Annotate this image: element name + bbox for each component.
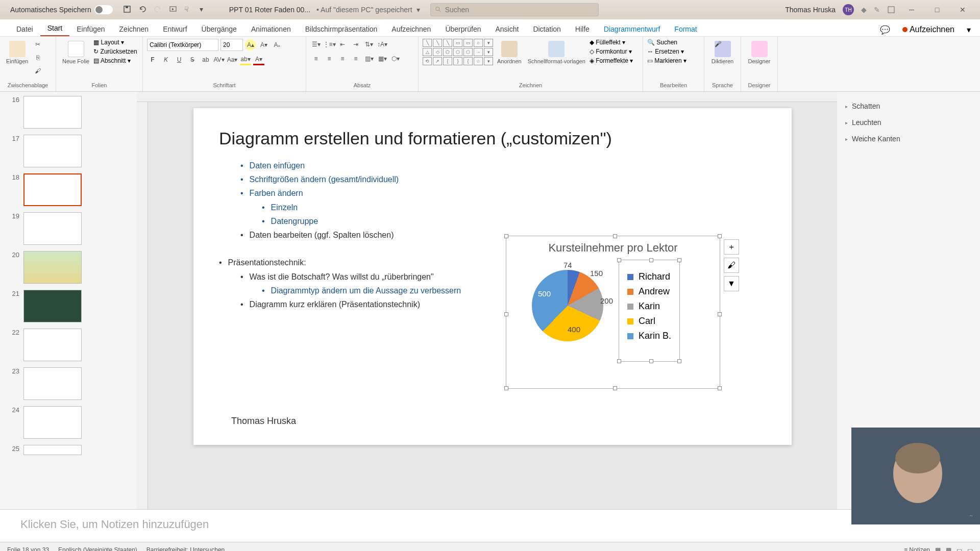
- fill-button[interactable]: ◆ Fülleffekt ▾: [590, 39, 633, 46]
- chart-title[interactable]: Kursteilnehmer pro Lektor: [506, 236, 720, 260]
- reading-view-icon[interactable]: ▭: [957, 546, 962, 552]
- justify-icon[interactable]: ≡: [350, 53, 361, 64]
- shadow-icon[interactable]: ab: [200, 54, 211, 65]
- align-left-icon[interactable]: ≡: [310, 53, 322, 64]
- maximize-button[interactable]: □: [928, 3, 946, 17]
- soft-edges-section[interactable]: Weiche Kanten: [843, 131, 974, 147]
- redo-icon[interactable]: [154, 5, 163, 14]
- thumbnail-17[interactable]: [23, 135, 82, 167]
- touch-mode-icon[interactable]: ☟: [184, 5, 193, 14]
- qat-more-icon[interactable]: ▾: [200, 5, 209, 14]
- pen-icon[interactable]: ✎: [874, 6, 880, 14]
- quickstyles-button[interactable]: Schnellformat-vorlagen: [526, 39, 587, 66]
- align-right-icon[interactable]: ≡: [337, 53, 348, 64]
- tab-einfuegen[interactable]: Einfügen: [69, 22, 112, 36]
- chart-styles-button[interactable]: 🖌: [724, 258, 739, 273]
- indent-inc-icon[interactable]: ⇥: [350, 39, 361, 50]
- minimize-button[interactable]: ─: [902, 3, 921, 17]
- italic-icon[interactable]: K: [160, 54, 172, 65]
- columns-icon[interactable]: ▥▾: [363, 53, 375, 64]
- arrange-button[interactable]: Anordnen: [495, 39, 524, 66]
- user-avatar[interactable]: TH: [843, 4, 854, 15]
- highlight-icon[interactable]: ab▾: [240, 54, 251, 65]
- tab-bildschirmpraesentation[interactable]: Bildschirmpräsentation: [298, 22, 385, 36]
- tab-datei[interactable]: Datei: [9, 22, 40, 36]
- tab-hilfe[interactable]: Hilfe: [568, 22, 597, 36]
- section-button[interactable]: ▤ Abschnitt ▾: [93, 57, 137, 64]
- normal-view-icon[interactable]: ▦: [935, 546, 941, 552]
- align-text-icon[interactable]: ▦▾: [377, 53, 388, 64]
- tab-start[interactable]: Start: [40, 21, 70, 36]
- undo-icon[interactable]: [138, 5, 148, 14]
- paste-button[interactable]: Einfügen: [4, 39, 30, 66]
- thumbnail-21[interactable]: [23, 290, 82, 322]
- shadow-section[interactable]: Schatten: [843, 98, 974, 114]
- text-direction-icon[interactable]: ↕A▾: [377, 39, 388, 50]
- sorter-view-icon[interactable]: ▦: [946, 546, 951, 552]
- case-icon[interactable]: Aa▾: [227, 54, 238, 65]
- chart-filter-button[interactable]: ▼: [724, 276, 739, 291]
- strike-icon[interactable]: S̶: [187, 54, 198, 65]
- tab-ueberpruefen[interactable]: Überprüfen: [438, 22, 488, 36]
- format-painter-icon[interactable]: 🖌: [32, 65, 43, 77]
- increase-font-icon[interactable]: A▴: [245, 39, 256, 51]
- select-button[interactable]: ▭ Markieren ▾: [647, 57, 700, 64]
- chart-elements-button[interactable]: ＋: [724, 239, 739, 255]
- close-button[interactable]: ✕: [953, 3, 972, 17]
- chart-legend[interactable]: Richard Andrew Karin Carl Karin B.: [619, 260, 680, 362]
- share-icon[interactable]: ▾: [967, 25, 971, 35]
- tab-format[interactable]: Format: [667, 22, 704, 36]
- thumbnail-19[interactable]: [23, 212, 82, 245]
- tab-diagrammentwurf[interactable]: Diagrammentwurf: [597, 22, 667, 36]
- line-spacing-icon[interactable]: ⇅▾: [363, 39, 375, 50]
- new-slide-button[interactable]: Neue Folie: [60, 39, 91, 66]
- notes-toggle[interactable]: ≡ Notizen: [904, 546, 930, 552]
- font-family-select[interactable]: [147, 39, 218, 51]
- tab-zeichnen[interactable]: Zeichnen: [112, 22, 156, 36]
- smartart-icon[interactable]: ⬡▾: [390, 53, 401, 64]
- slideshow-view-icon[interactable]: ▭: [967, 546, 973, 552]
- tab-entwurf[interactable]: Entwurf: [156, 22, 194, 36]
- decrease-font-icon[interactable]: A▾: [258, 39, 270, 51]
- tab-uebergaenge[interactable]: Übergänge: [194, 22, 244, 36]
- thumbnail-23[interactable]: [23, 367, 82, 400]
- reset-button[interactable]: ↻ Zurücksetzen: [93, 48, 137, 55]
- effects-button[interactable]: ◈ Formeffekte ▾: [590, 57, 633, 64]
- font-color-icon[interactable]: A▾: [253, 54, 264, 65]
- window-icon[interactable]: [887, 6, 895, 14]
- cut-icon[interactable]: ✂: [32, 39, 43, 50]
- tab-ansicht[interactable]: Ansicht: [488, 22, 526, 36]
- underline-icon[interactable]: U: [174, 54, 185, 65]
- tab-aufzeichnen[interactable]: Aufzeichnen: [384, 22, 438, 36]
- thumbnail-25[interactable]: [23, 445, 82, 455]
- thumbnail-18[interactable]: [23, 173, 82, 206]
- chart-container[interactable]: Kursteilnehmer pro Lektor 74 150 200 400…: [506, 236, 720, 389]
- thumbnail-22[interactable]: [23, 329, 82, 361]
- copy-icon[interactable]: ⎘: [32, 52, 43, 63]
- designer-button[interactable]: Designer: [745, 39, 773, 66]
- search-box[interactable]: Suchen: [430, 3, 599, 16]
- find-button[interactable]: 🔍 Suchen: [647, 39, 700, 46]
- replace-button[interactable]: ↔ Ersetzen ▾: [647, 48, 700, 55]
- numbering-icon[interactable]: ⋮≡▾: [324, 39, 335, 50]
- shapes-gallery[interactable]: ╲╲╲▭▭○▾ △◇⬠⬡⬡→▾ ⟲↗{}{☆▾: [423, 39, 493, 65]
- align-center-icon[interactable]: ≡: [324, 53, 335, 64]
- tab-animationen[interactable]: Animationen: [244, 22, 298, 36]
- tab-dictation[interactable]: Dictation: [526, 22, 568, 36]
- autosave-toggle[interactable]: [94, 5, 113, 14]
- slide-title[interactable]: Diagramm erstellen und formatieren („cus…: [219, 129, 766, 148]
- thumbnail-24[interactable]: [23, 406, 82, 439]
- glow-section[interactable]: Leuchten: [843, 114, 974, 131]
- accessibility-check[interactable]: Barrierefreiheit: Untersuchen: [146, 546, 225, 552]
- notes-pane[interactable]: Klicken Sie, um Notizen hinzuzufügen: [0, 509, 980, 542]
- thumbnail-16[interactable]: [23, 96, 82, 129]
- language-indicator[interactable]: Englisch (Vereinigte Staaten): [58, 546, 137, 552]
- save-icon[interactable]: [123, 5, 132, 14]
- spacing-icon[interactable]: AV▾: [213, 54, 225, 65]
- indent-dec-icon[interactable]: ⇤: [337, 39, 348, 50]
- bullets-icon[interactable]: ☰▾: [310, 39, 322, 50]
- comments-icon[interactable]: 💬: [880, 25, 890, 35]
- layout-button[interactable]: ▦ Layout ▾: [93, 39, 137, 46]
- thumbnail-20[interactable]: [23, 251, 82, 284]
- dictate-button[interactable]: 🎤Diktieren: [708, 39, 737, 66]
